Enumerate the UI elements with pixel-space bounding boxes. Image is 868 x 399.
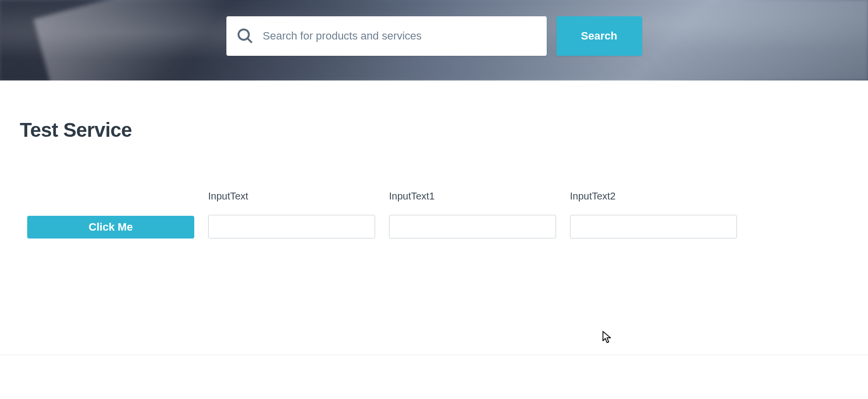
- main-content: Test Service Click Me InputText InputTex…: [0, 80, 868, 239]
- inputtext-field[interactable]: [208, 215, 375, 239]
- inputtext1-field[interactable]: [389, 215, 556, 239]
- inputtext2-field[interactable]: [570, 215, 737, 239]
- field-label: InputText1: [389, 191, 556, 202]
- search-button[interactable]: Search: [557, 16, 642, 56]
- form-row: Click Me InputText InputText1 InputText2: [20, 191, 848, 239]
- page-title: Test Service: [20, 119, 848, 141]
- page-divider: [0, 355, 868, 355]
- svg-line-1: [247, 39, 252, 43]
- form-field-inputtext: InputText: [208, 191, 375, 239]
- search-box: [226, 16, 547, 56]
- search-container: Search: [226, 16, 642, 56]
- form-field-inputtext1: InputText1: [389, 191, 556, 239]
- field-label: InputText: [208, 191, 375, 202]
- field-label: InputText2: [570, 191, 737, 202]
- form-field-inputtext2: InputText2: [570, 191, 737, 239]
- search-input[interactable]: [263, 30, 537, 42]
- search-icon: [236, 27, 254, 45]
- hero-banner: Search: [0, 0, 868, 80]
- click-me-button[interactable]: Click Me: [27, 216, 194, 239]
- cursor-icon: [602, 331, 612, 346]
- svg-point-0: [238, 30, 249, 40]
